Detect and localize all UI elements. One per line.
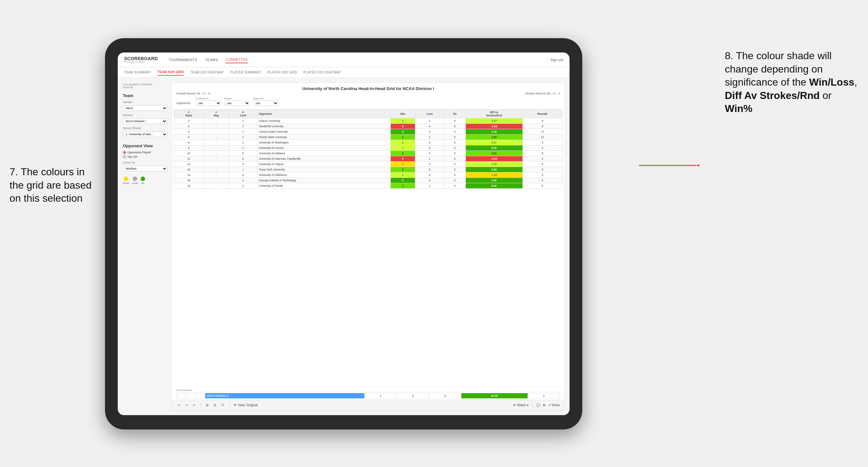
cell-rounds: 12 <box>523 134 562 140</box>
radio-dot-selected <box>123 151 126 154</box>
cell-win: 4 <box>391 134 415 140</box>
filter-opponent: Opponent (All) <box>253 97 278 106</box>
toolbar-back[interactable]: ↩ <box>191 403 197 407</box>
cell-diff: 2.61 <box>465 151 523 156</box>
table-row: 4 - 1 Arizona State University 5 1 0 2.2… <box>174 129 562 134</box>
th-reg: #Reg <box>204 110 229 118</box>
subnav-player-summary[interactable]: PLAYER SUMMARY <box>230 69 261 75</box>
cell-opponent: Texas Tech University <box>257 167 391 173</box>
cell-win: 3 <box>391 183 415 189</box>
sidebar-timestamp: Last Updated: 27/03/202416:55:38 <box>123 83 167 89</box>
cell-win: 1 <box>391 162 415 167</box>
data-header: University of North Carolina Head-to-Hea… <box>172 83 564 110</box>
toolbar-view[interactable]: 👁 View: Original <box>234 403 258 407</box>
toolbar-paste[interactable]: ⊟ <box>212 403 217 407</box>
logo-wrap: SCOREBOARD Powered by clippd <box>124 56 159 63</box>
cell-reg: - <box>204 124 229 129</box>
cell-tie: 0 <box>444 162 465 167</box>
toolbar-copy[interactable]: ⊞ <box>205 403 210 407</box>
cell-win: 3 <box>391 151 415 156</box>
cell-diff: -4.33 <box>465 156 523 162</box>
table-row: 8 - 2 University of Washington 1 0 0 3.6… <box>174 140 562 145</box>
region-select[interactable]: (All) <box>224 100 250 106</box>
table-row: 6 - 2 Florida State University 4 2 0 1.8… <box>174 134 562 140</box>
table-row: 12 - 3 University of Virginia 1 2 0 2.33… <box>174 162 562 167</box>
sidebar-panel: Last Updated: 27/03/202416:55:38 Team Ge… <box>123 83 167 410</box>
cell-diff: 4.50 <box>465 178 523 183</box>
cell-opponent: University of Arkansas, Fayetteville <box>257 156 391 162</box>
cell-conf: 6 <box>229 156 257 162</box>
sidebar-opponent-view-label: Opponent View <box>123 144 167 148</box>
opponent-select[interactable]: (All) <box>253 100 278 106</box>
subnav-team-summary[interactable]: TEAM SUMMARY <box>124 69 151 75</box>
bottom-toolbar: ↩ ↪ ↩ ⊞ ⊟ ⏱ 👁 View: Original 👁 Wat <box>172 400 564 410</box>
sidebar-division-select[interactable]: NCAA Division I <box>123 118 167 124</box>
data-panel: University of North Carolina Head-to-Hea… <box>172 83 564 410</box>
watch-icon: 👁 <box>513 403 516 407</box>
toolbar-watch[interactable]: 👁 Watch ▾ <box>513 403 528 407</box>
cell-loss: 4 <box>415 124 444 129</box>
out-of-division: Out of division NCAA Division II 1 0 0 <box>172 386 564 400</box>
toolbar-comment[interactable]: 💬 <box>536 403 540 407</box>
subnav-team-h2h-heatmap[interactable]: TEAM H2H HEATMAP <box>190 69 224 75</box>
out-of-division-row: NCAA Division II 1 0 0 26.00 3 <box>177 393 560 399</box>
cell-tie: 0 <box>444 156 465 162</box>
nav-tournaments[interactable]: TOURNAMENTS <box>168 57 197 63</box>
cell-rounds: 8 <box>523 151 562 156</box>
arrow-right-icon <box>636 159 700 172</box>
sidebar-colour-by-label: Colour by <box>123 161 167 164</box>
toolbar-redo[interactable]: ↪ <box>184 403 189 407</box>
ood-reg <box>186 393 196 399</box>
table-row: 2 - 1 Auburn University 2 1 0 1.67 9 <box>174 118 562 124</box>
subnav-player-h2h-grid[interactable]: PLAYER H2H GRID <box>267 69 297 75</box>
cell-conf: 2 <box>229 183 257 189</box>
toolbar-share[interactable]: ↗ Share <box>548 403 560 407</box>
cell-opponent: Vanderbilt University <box>257 124 391 129</box>
cell-diff: 2.33 <box>465 162 523 167</box>
data-record-row: Overall Record: 89 - 17 - 0 Division Rec… <box>176 92 560 95</box>
out-of-division-table: NCAA Division II 1 0 0 26.00 3 <box>176 393 560 399</box>
sign-out-button[interactable]: Sign out <box>551 58 563 62</box>
cell-rounds: 3 <box>523 140 562 145</box>
sidebar-school-select[interactable]: 1. University of Nort... <box>123 131 167 137</box>
table-header-row: #Rank #Reg #Conf Opponent Win Loss Tie D… <box>174 110 562 118</box>
sidebar-colour-by-select[interactable]: Win/loss <box>123 166 167 172</box>
annotation-left-text: 7. The colours in the grid are based on … <box>9 166 92 204</box>
table-row: 14 - 0 University of Oklahoma 1 0 0 -1.0… <box>174 173 562 178</box>
conference-select[interactable]: (All) <box>196 100 221 106</box>
radio-opponents-played[interactable]: Opponents Played <box>123 151 167 154</box>
toolbar-time[interactable]: ⏱ <box>220 403 225 407</box>
cell-conf: 2 <box>229 124 257 129</box>
toolbar-grid[interactable]: ⊞ <box>543 403 545 407</box>
cell-rounds: 9 <box>523 118 562 124</box>
cell-diff: -2.29 <box>465 124 523 129</box>
ood-loss: 0 <box>397 393 429 399</box>
cell-win: 1 <box>391 145 415 151</box>
subnav-player-h2h-heatmap[interactable]: PLAYER H2H HEATMAP <box>304 69 341 75</box>
toolbar-undo[interactable]: ↩ <box>176 403 181 407</box>
nav-committee[interactable]: COMMITTEE <box>225 56 248 63</box>
cell-conf: 2 <box>229 140 257 145</box>
table-row: 9 - 1 University of Arizona 1 0 0 9.00 2 <box>174 145 562 151</box>
legend-up-circle <box>141 177 145 181</box>
cell-opponent: University of Florida <box>257 183 391 189</box>
h2h-table: #Rank #Reg #Conf Opponent Win Loss Tie D… <box>174 110 562 189</box>
subnav-team-h2h-grid[interactable]: TEAM H2H GRID <box>157 69 184 76</box>
cell-rank: 2 <box>174 118 204 124</box>
cell-reg: - <box>204 118 229 124</box>
cell-reg: - <box>204 156 229 162</box>
sidebar-gender-select[interactable]: Men's <box>123 105 167 111</box>
filter-region: Region (All) <box>224 97 250 106</box>
radio-top-100[interactable]: Top 100 <box>123 155 167 158</box>
cell-tie: 0 <box>444 183 465 189</box>
cell-tie: 0 <box>444 134 465 140</box>
sidebar-division-label: Division <box>123 114 167 117</box>
legend-up: Up <box>141 177 145 185</box>
ood-diff: 26.00 <box>461 393 528 399</box>
cell-tie: 0 <box>444 173 465 178</box>
nav-teams[interactable]: TEAMS <box>205 57 218 63</box>
cell-rounds: 8 <box>523 124 562 129</box>
sub-nav: TEAM SUMMARY TEAM H2H GRID TEAM H2H HEAT… <box>118 67 569 78</box>
cell-opponent: Florida State University <box>257 134 391 140</box>
table-row: 16 - 2 University of Florida 3 1 0 6.62 … <box>174 183 562 189</box>
